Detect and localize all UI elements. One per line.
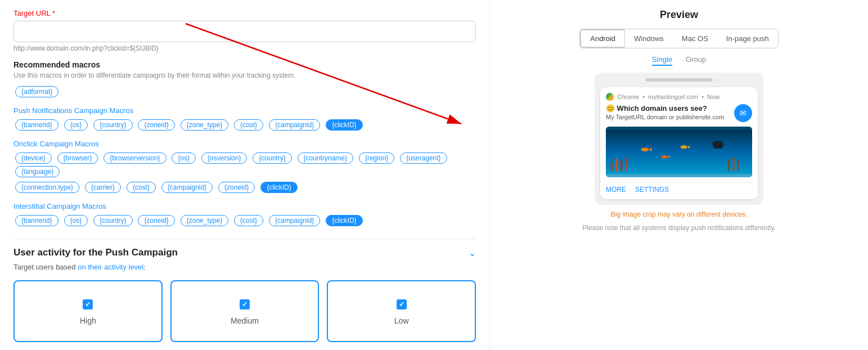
- adformat-macro-tag[interactable]: {adformat}: [15, 86, 59, 97]
- push-macros-tags: {bannerid} {os} {country} {zoneid} {zone…: [14, 118, 476, 132]
- high-checkbox[interactable]: [83, 299, 93, 309]
- macro-tag-zone-type2[interactable]: {zone_type}: [181, 215, 228, 226]
- macro-tag-zone-type[interactable]: {zone_type}: [181, 119, 228, 131]
- target-url-field: Target URL * http://mytrackingurl.com/in…: [14, 9, 476, 52]
- notif-source: Chrome: [617, 93, 639, 100]
- macro-tag-device[interactable]: {device}: [15, 152, 52, 164]
- tab-android[interactable]: Android: [580, 29, 625, 48]
- macro-tag-language[interactable]: {language}: [15, 166, 60, 177]
- activity-header: User activity for the Push Campaign ⌄: [14, 239, 476, 258]
- macro-tag-clickid-onclick[interactable]: {clickID}: [260, 182, 297, 193]
- macro-tag-bannerid[interactable]: {bannerid}: [15, 119, 59, 131]
- medium-checkbox[interactable]: [240, 299, 250, 309]
- notif-image-svg: [606, 127, 752, 177]
- target-url-label: Target URL *: [14, 9, 476, 17]
- low-label: Low: [394, 316, 409, 325]
- view-toggle: Single Group: [652, 55, 706, 66]
- notif-title: 😊 Which domain users see?: [606, 104, 730, 113]
- notif-settings-btn[interactable]: SETTINGS: [635, 186, 669, 194]
- svg-rect-12: [615, 158, 617, 171]
- svg-point-9: [681, 145, 687, 149]
- macro-tag-clickid-interstitial[interactable]: {clickID}: [326, 215, 362, 226]
- macro-tag-campaignid3[interactable]: {campaignid}: [269, 215, 320, 226]
- macro-tag-country2[interactable]: {country}: [253, 152, 291, 164]
- interstitial-macros-title: Interstitial Campaign Macros: [14, 202, 476, 210]
- svg-rect-14: [626, 157, 627, 172]
- svg-rect-2: [606, 130, 752, 174]
- macro-tag-clickid-push[interactable]: {clickID}: [326, 119, 362, 131]
- preview-title: Preview: [660, 9, 698, 21]
- tab-macos[interactable]: Mac OS: [673, 29, 717, 48]
- low-checkbox[interactable]: [397, 299, 407, 309]
- macro-tag-browserversion[interactable]: {browserversion}: [104, 152, 166, 164]
- activity-cards: High Medium Low: [14, 280, 476, 342]
- tab-inpage[interactable]: In-page push: [717, 29, 778, 48]
- high-label: High: [80, 316, 96, 325]
- notif-text: 😊 Which domain users see? My TargetURL d…: [606, 104, 730, 120]
- left-panel: Target URL * http://mytrackingurl.com/in…: [0, 0, 489, 350]
- preview-note-gray: Please note that all systems display pus…: [582, 224, 776, 232]
- macro-tag-zoneid3[interactable]: {zoneid}: [138, 215, 174, 226]
- onclick-macros-tags-row1: {device} {browser} {browserversion} {os}…: [14, 151, 476, 178]
- notif-domain: mytrackingurl.com: [648, 93, 698, 100]
- activity-desc: Target users based on their activity lev…: [14, 263, 476, 271]
- recommended-macros-desc: Use this macros in order to differentiat…: [14, 71, 476, 79]
- activity-card-high[interactable]: High: [14, 280, 163, 342]
- activity-card-medium[interactable]: Medium: [170, 280, 320, 342]
- onclick-macros-tags-row2: {connection.type} {carrier} {cost} {camp…: [14, 181, 476, 194]
- macro-tag-cost[interactable]: {cost}: [234, 119, 263, 131]
- target-url-hint: http://www.domain.com/in.php?clickid=${S…: [14, 44, 476, 52]
- macro-tag-os[interactable]: {os}: [64, 119, 88, 131]
- macro-tag-country3[interactable]: {country}: [93, 215, 132, 226]
- tab-windows[interactable]: Windows: [625, 29, 673, 48]
- macro-tag-cost2[interactable]: {cost}: [127, 182, 156, 193]
- onclick-macros-section: Onclick Campaign Macros {device} {browse…: [14, 140, 476, 194]
- activity-chevron[interactable]: ⌄: [469, 248, 476, 258]
- macro-tag-zoneid2[interactable]: {zoneid}: [218, 182, 255, 193]
- view-single[interactable]: Single: [652, 55, 672, 66]
- macro-tag-os3[interactable]: {os}: [64, 215, 88, 226]
- notif-dot: •: [642, 93, 645, 100]
- notif-dot2: •: [701, 93, 704, 100]
- macro-tag-osversion[interactable]: {osversion}: [201, 152, 247, 164]
- macro-tag-carrier[interactable]: {carrier}: [85, 182, 121, 193]
- recommended-macros-section: Recommended macros Use this macros in or…: [14, 60, 476, 98]
- interstitial-macros-section: Interstitial Campaign Macros {bannerid} …: [14, 202, 476, 227]
- notif-image: [606, 127, 752, 177]
- medium-label: Medium: [231, 316, 259, 325]
- notif-body: 😊 Which domain users see? My TargetURL d…: [606, 104, 752, 122]
- svg-rect-4: [713, 145, 723, 149]
- activity-highlight: on their activity level: [78, 263, 143, 271]
- notif-more-btn[interactable]: MORE: [606, 186, 626, 194]
- svg-rect-15: [728, 159, 730, 172]
- target-url-input[interactable]: http://mytrackingurl.com/in.php?clickid=…: [14, 21, 476, 42]
- onclick-macros-title: Onclick Campaign Macros: [14, 140, 476, 148]
- macro-tag-countryname[interactable]: {countryname}: [298, 152, 353, 164]
- macro-tag-browser[interactable]: {browser}: [57, 152, 98, 164]
- notif-body-text: My TargetURL domain or publishersite.com: [606, 114, 730, 120]
- macro-tag-connection-type[interactable]: {connection.type}: [15, 182, 79, 193]
- activity-title: User activity for the Push Campaign: [14, 247, 178, 258]
- macro-tag-campaignid[interactable]: {campaignid}: [269, 119, 320, 131]
- svg-rect-11: [611, 161, 613, 171]
- macro-tag-bannerid2[interactable]: {bannerid}: [15, 215, 59, 226]
- right-panel: Preview Android Windows Mac OS In-page p…: [489, 0, 868, 350]
- svg-rect-16: [732, 157, 734, 172]
- macro-tag-cost3[interactable]: {cost}: [234, 215, 263, 226]
- macro-tag-useragent[interactable]: {useragent}: [400, 152, 447, 164]
- macro-tag-region[interactable]: {region}: [359, 152, 394, 164]
- svg-rect-17: [737, 160, 739, 172]
- macro-tag-country[interactable]: {country}: [93, 119, 132, 131]
- activity-section: User activity for the Push Campaign ⌄ Ta…: [14, 239, 476, 342]
- svg-point-7: [662, 155, 667, 158]
- macro-tag-zoneid[interactable]: {zoneid}: [138, 119, 174, 131]
- macro-tag-os2[interactable]: {os}: [172, 152, 196, 164]
- notif-status-bar: [645, 78, 713, 82]
- notif-time: Now: [707, 93, 719, 100]
- view-group[interactable]: Group: [686, 55, 706, 66]
- notif-actions: MORE SETTINGS: [606, 182, 752, 194]
- activity-card-low[interactable]: Low: [327, 280, 476, 342]
- svg-point-5: [641, 147, 649, 151]
- notif-email-icon: ✉: [734, 104, 752, 122]
- macro-tag-campaignid2[interactable]: {campaignid}: [161, 182, 213, 193]
